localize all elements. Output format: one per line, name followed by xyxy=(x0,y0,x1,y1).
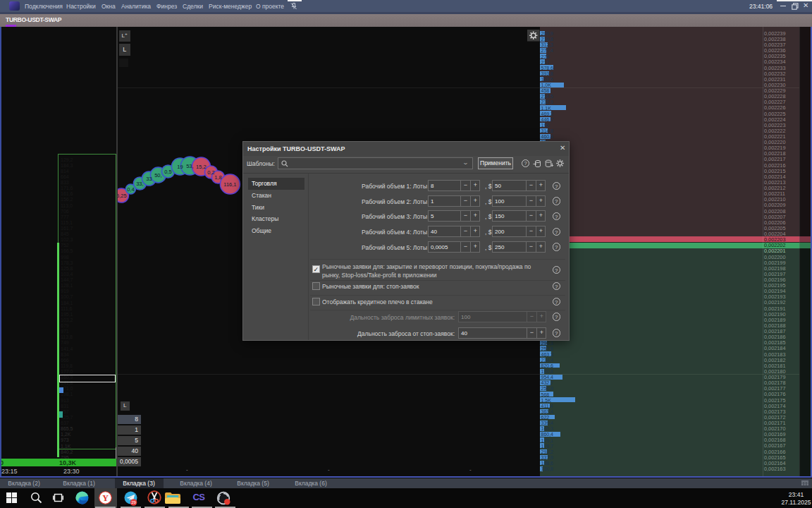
svg-text:0,4: 0,4 xyxy=(127,186,134,193)
svg-text:0,5: 0,5 xyxy=(164,169,171,175)
svg-text:29: 29 xyxy=(131,500,136,504)
svg-text:116,1: 116,1 xyxy=(223,181,236,188)
svg-text:19: 19 xyxy=(177,164,183,170)
svg-text:53,: 53, xyxy=(186,163,193,169)
svg-text:1,8: 1,8 xyxy=(214,174,221,181)
svg-text:33,: 33, xyxy=(136,181,143,187)
svg-text:Y: Y xyxy=(102,493,109,503)
svg-text:5,25: 5,25 xyxy=(118,193,127,199)
svg-text:0,2: 0,2 xyxy=(207,169,214,176)
svg-text:15,2: 15,2 xyxy=(196,164,207,170)
svg-text:33: 33 xyxy=(146,176,152,182)
svg-text:50,: 50, xyxy=(154,172,161,179)
